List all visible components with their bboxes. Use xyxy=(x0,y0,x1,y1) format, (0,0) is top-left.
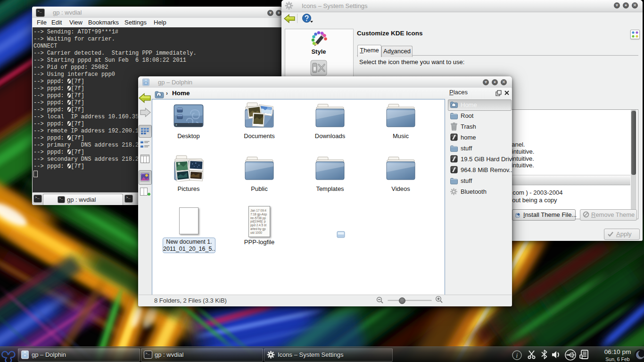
svg-text:i: i xyxy=(516,352,518,359)
